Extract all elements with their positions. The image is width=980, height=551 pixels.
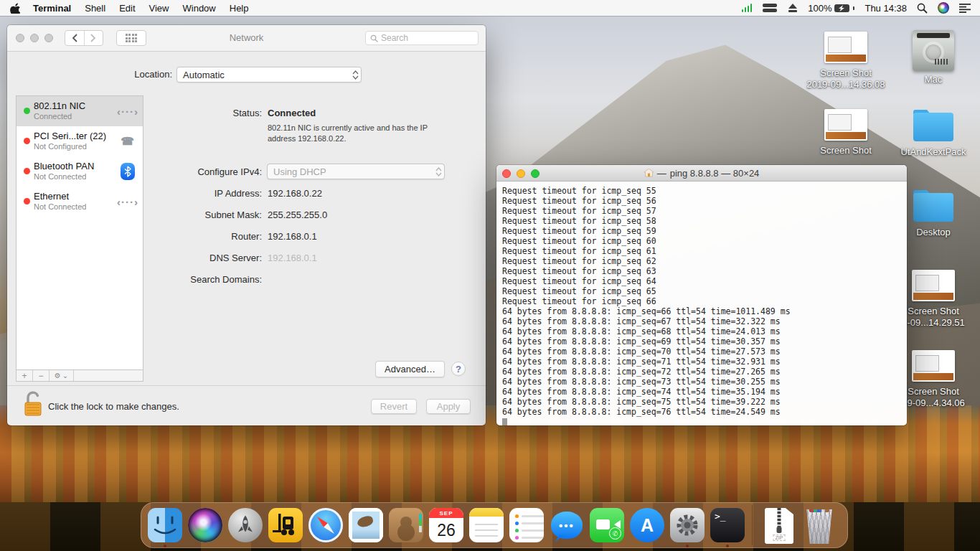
help-button[interactable]: ?: [451, 362, 466, 376]
eject-icon[interactable]: [788, 4, 798, 13]
dock-calendar[interactable]: SEP 26: [429, 508, 463, 542]
terminal-title: — ping 8.8.8.8 — 80×24: [644, 168, 760, 179]
terminal-line: 64 bytes from 8.8.8.8: icmp_seq=73 ttl=5…: [502, 377, 907, 387]
menu-view[interactable]: View: [149, 3, 169, 14]
search-field[interactable]: [365, 31, 479, 45]
title-separator: —: [657, 168, 666, 179]
terminal-line: Request timeout for icmp_seq 56: [502, 196, 907, 206]
remove-service-button[interactable]: −: [33, 370, 50, 381]
terminal-line: Request timeout for icmp_seq 62: [502, 256, 907, 266]
menu-edit[interactable]: Edit: [119, 3, 135, 14]
terminal-line: Request timeout for icmp_seq 60: [502, 236, 907, 246]
terminal-line: Request timeout for icmp_seq 64: [502, 276, 907, 286]
lock-icon[interactable]: [24, 390, 42, 418]
lock-hint-text: Click the lock to make changes.: [48, 401, 179, 412]
apple-menu[interactable]: [10, 2, 20, 14]
location-popup[interactable]: Automatic: [176, 67, 362, 83]
status-description: 802.11n NIC is currently active and has …: [268, 123, 451, 144]
apply-button[interactable]: Apply: [426, 399, 471, 414]
folder-icon: [911, 106, 956, 143]
status-value: Connected: [268, 108, 316, 118]
disk-stack-icon[interactable]: [762, 3, 778, 13]
dock-zip-file[interactable]: ZIP: [762, 508, 796, 542]
search-domains-label: Search Domains:: [47, 274, 262, 285]
dock-safari[interactable]: [308, 508, 343, 542]
desktop-icon-mac-disk[interactable]: Mac: [887, 30, 980, 85]
screenshot-thumbnail: [824, 32, 867, 63]
service-row-pci-serial[interactable]: PCI Seri...ter (22) Not Configured ☎: [17, 126, 143, 156]
system-preferences-icon: [670, 508, 705, 542]
terminal-line: 64 bytes from 8.8.8.8: icmp_seq=76 ttl=5…: [502, 407, 907, 417]
dock-finder[interactable]: [148, 508, 182, 542]
dock-notes[interactable]: [469, 508, 504, 542]
desktop-icon-screenshot-2[interactable]: Screen Shot: [799, 109, 892, 156]
dock-system-preferences[interactable]: [670, 508, 705, 542]
minimize-button[interactable]: [517, 169, 525, 178]
menu-help[interactable]: Help: [230, 3, 249, 14]
dock-terminal[interactable]: >_: [710, 508, 745, 542]
menu-window[interactable]: Window: [183, 3, 216, 14]
home-folder-proxy-icon[interactable]: [644, 169, 654, 177]
service-status: Not Configured: [34, 142, 87, 151]
dock-facetime[interactable]: ✆: [590, 508, 624, 542]
close-button[interactable]: [502, 169, 511, 178]
running-indicator: [686, 545, 689, 547]
ip-address-value: 192.168.0.22: [268, 188, 322, 199]
title-text: ping 8.8.8.8 — 80×24: [670, 168, 760, 179]
spotlight-search-icon[interactable]: [917, 3, 928, 14]
terminal-output[interactable]: Request timeout for icmp_seq 55 Request …: [496, 182, 907, 425]
notes-icon: [469, 508, 504, 542]
status-dot-off: [24, 198, 30, 204]
modem-phone-icon: ☎: [117, 133, 138, 149]
advanced-button[interactable]: Advanced…: [375, 361, 445, 377]
siri-menu-icon[interactable]: [938, 2, 949, 14]
dock-contacts[interactable]: [389, 508, 423, 542]
terminal-line: 64 bytes from 8.8.8.8: icmp_seq=67 ttl=5…: [502, 316, 907, 326]
terminal-line: 64 bytes from 8.8.8.8: icmp_seq=72 ttl=5…: [502, 367, 907, 377]
menu-bar: Terminal Shell Edit View Window Help 100…: [0, 0, 980, 16]
service-actions-button[interactable]: ⚙ ⌄: [50, 370, 74, 381]
battery-icon: [834, 4, 849, 12]
mail-icon: [349, 508, 383, 542]
terminal-line: Request timeout for icmp_seq 57: [502, 206, 907, 216]
menu-shell[interactable]: Shell: [85, 3, 105, 14]
search-input[interactable]: [381, 33, 460, 43]
battery-indicator[interactable]: 100%: [808, 3, 854, 14]
dock-siri[interactable]: [188, 508, 222, 542]
signal-strength-icon[interactable]: [742, 4, 753, 12]
notification-center-icon[interactable]: [959, 4, 971, 13]
dock-messages[interactable]: •••: [550, 508, 584, 542]
revert-button[interactable]: Revert: [371, 399, 417, 414]
dock: SEP 26 ••• ✆ A: [141, 502, 848, 548]
dock-app-store[interactable]: A: [630, 508, 664, 542]
desktop-icon-screenshot-1[interactable]: Screen Shot 2019-09...14.36.08: [799, 32, 892, 90]
dock-forklift[interactable]: [268, 508, 303, 542]
running-indicator: [726, 545, 729, 547]
desktop-icon-utandkextpack[interactable]: UtAndKextPack: [887, 106, 980, 158]
dock-mail[interactable]: [349, 508, 383, 542]
app-store-icon: A: [630, 508, 664, 542]
configure-ipv4-popup[interactable]: Using DHCP: [267, 164, 445, 179]
router-label: Router:: [47, 231, 262, 242]
dock-launchpad[interactable]: [228, 508, 263, 542]
status-dot-connected: [24, 108, 30, 114]
dock-separator: [752, 505, 753, 545]
app-store-letter: A: [641, 515, 654, 536]
configure-ipv4-label: Configure IPv4:: [47, 166, 262, 177]
screenshot-thumbnail: [912, 350, 955, 382]
icon-label: UtAndKextPack: [887, 146, 980, 158]
zoom-button[interactable]: [531, 169, 540, 178]
terminal-line: Request timeout for icmp_seq 66: [502, 296, 907, 306]
terminal-line: 64 bytes from 8.8.8.8: icmp_seq=69 ttl=5…: [502, 336, 907, 347]
terminal-line: Request timeout for icmp_seq 59: [502, 226, 907, 236]
menu-terminal[interactable]: Terminal: [33, 3, 71, 14]
terminal-titlebar[interactable]: — ping 8.8.8.8 — 80×24: [496, 165, 907, 182]
dock-trash[interactable]: [802, 508, 837, 542]
menu-clock[interactable]: Thu 14:38: [864, 3, 907, 14]
screenshot-thumbnail: [912, 270, 955, 301]
footer-divider: [7, 385, 486, 386]
hard-drive-icon: [913, 30, 954, 71]
facetime-icon: ✆: [590, 508, 624, 542]
add-service-button[interactable]: +: [17, 370, 33, 381]
dock-reminders[interactable]: [509, 508, 544, 542]
